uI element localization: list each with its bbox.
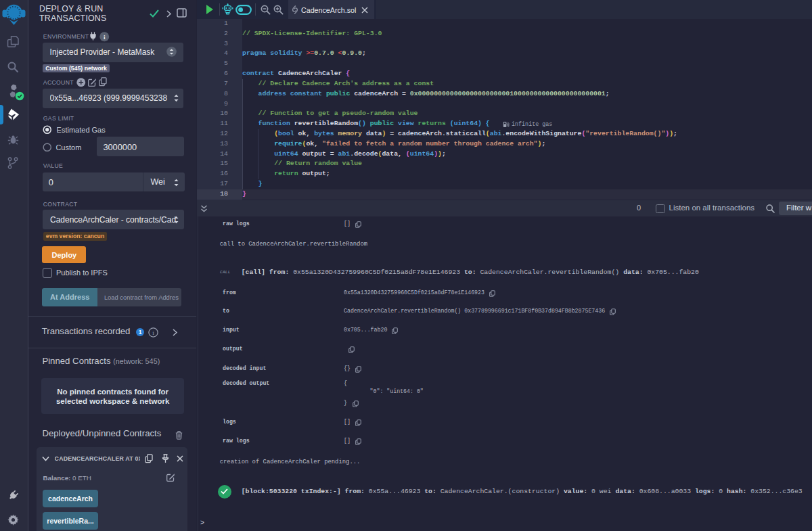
svg-text:i: i [103,34,105,41]
svg-text:i: i [152,329,154,336]
